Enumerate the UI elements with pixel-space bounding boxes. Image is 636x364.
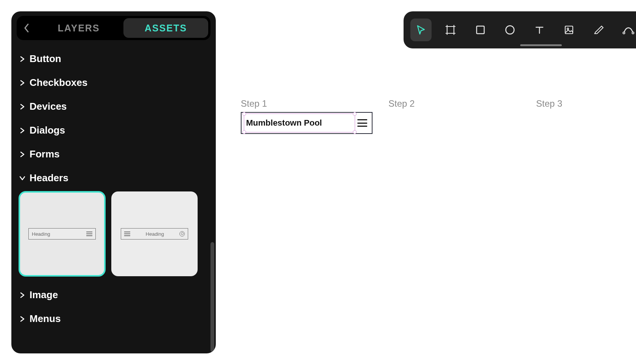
back-button[interactable] — [19, 23, 34, 33]
chevron-right-icon — [19, 292, 26, 298]
category-dialogs[interactable]: Dialogs — [19, 118, 208, 142]
image-icon — [564, 25, 574, 35]
chevron-right-icon — [19, 316, 26, 322]
category-label: Dialogs — [30, 124, 65, 136]
frame-icon — [445, 24, 456, 36]
toolbar-drag-handle[interactable] — [520, 44, 562, 46]
frame-label-step1[interactable]: Step 1 — [241, 98, 267, 109]
category-label: Devices — [30, 101, 67, 112]
chevron-right-icon — [19, 80, 26, 86]
pen-tool[interactable] — [588, 19, 610, 41]
svg-point-1 — [506, 26, 514, 34]
text-tool[interactable] — [529, 19, 550, 41]
thumb-label: Heading — [133, 231, 176, 237]
category-devices[interactable]: Devices — [19, 95, 208, 118]
selection-handle-tl[interactable] — [242, 112, 246, 116]
chevron-right-icon — [19, 128, 26, 134]
svg-point-4 — [623, 32, 625, 34]
svg-rect-0 — [477, 26, 484, 34]
category-menus[interactable]: Menus — [19, 307, 208, 331]
select-tool[interactable] — [410, 19, 432, 41]
heading-text-wrap[interactable]: Mumblestown Pool — [246, 118, 353, 128]
chevron-right-icon — [19, 104, 26, 110]
header-asset-1[interactable]: Heading — [19, 191, 105, 276]
header-component-instance[interactable]: Mumblestown Pool — [241, 112, 373, 134]
category-label: Forms — [30, 148, 59, 160]
hamburger-icon — [124, 232, 130, 236]
hamburger-icon — [357, 119, 367, 127]
image-tool[interactable] — [558, 19, 580, 41]
circle-icon — [504, 24, 516, 36]
tab-layers[interactable]: LAYERS — [36, 18, 121, 38]
category-label: Button — [30, 53, 61, 65]
header-thumbnails: Heading Heading — [19, 190, 208, 283]
category-label: Headers — [30, 172, 69, 184]
panel-tab-bar: LAYERS ASSETS — [17, 16, 210, 40]
chevron-left-icon — [24, 23, 29, 33]
frame-label-step2[interactable]: Step 2 — [388, 98, 415, 109]
selection-handle-bl[interactable] — [242, 130, 246, 134]
frame-label-step3[interactable]: Step 3 — [536, 98, 562, 109]
panel-scrollbar[interactable] — [210, 242, 214, 352]
asset-tree: Button Checkboxes Devices Dialogs Forms … — [17, 47, 210, 353]
category-image[interactable]: Image — [19, 283, 208, 307]
pencil-icon — [593, 24, 605, 36]
cursor-icon — [415, 24, 427, 36]
chevron-right-icon — [19, 151, 26, 157]
svg-point-5 — [632, 32, 634, 34]
category-forms[interactable]: Forms — [19, 142, 208, 166]
selection-handle-tr[interactable] — [353, 112, 357, 116]
frame-tool[interactable] — [440, 19, 461, 41]
text-icon — [534, 25, 545, 35]
header-asset-2[interactable]: Heading — [111, 191, 198, 276]
hamburger-icon — [86, 232, 92, 236]
category-label: Menus — [30, 313, 61, 325]
category-headers[interactable]: Headers — [19, 166, 208, 190]
svg-point-3 — [567, 28, 569, 30]
rectangle-tool[interactable] — [470, 19, 491, 41]
curve-icon — [622, 25, 634, 35]
chevron-down-icon — [19, 175, 26, 181]
assets-panel: LAYERS ASSETS Button Checkboxes Devices … — [11, 11, 216, 353]
tab-assets[interactable]: ASSETS — [123, 18, 208, 38]
ellipse-tool[interactable] — [499, 19, 521, 41]
category-label: Checkboxes — [30, 77, 87, 89]
category-label: Image — [30, 289, 58, 301]
category-button[interactable]: Button — [19, 47, 208, 71]
chevron-right-icon — [19, 56, 26, 62]
heading-text[interactable]: Mumblestown Pool — [246, 118, 322, 128]
square-icon — [475, 25, 486, 35]
category-checkboxes[interactable]: Checkboxes — [19, 71, 208, 95]
thumb-label: Heading — [32, 231, 83, 237]
svg-rect-2 — [565, 26, 573, 34]
avatar-icon — [179, 231, 185, 236]
curve-tool[interactable] — [618, 19, 636, 41]
toolbar — [404, 11, 636, 48]
selection-handle-br[interactable] — [353, 130, 357, 134]
